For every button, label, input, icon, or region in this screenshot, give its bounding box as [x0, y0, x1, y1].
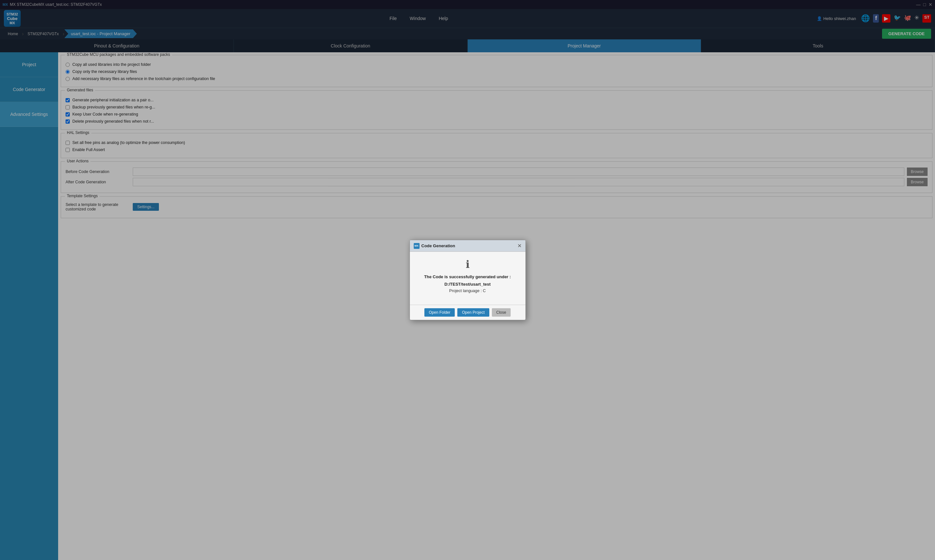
- modal-footer: Open Folder Open Project Close: [410, 305, 525, 320]
- open-project-button[interactable]: Open Project: [457, 308, 489, 317]
- modal-close-btn[interactable]: Close: [492, 308, 511, 317]
- open-folder-button[interactable]: Open Folder: [424, 308, 455, 317]
- modal-title-container: MX Code Generation: [414, 243, 455, 249]
- modal-main-text: The Code is successfully generated under…: [415, 274, 520, 279]
- modal-header: MX Code Generation ✕: [410, 240, 525, 252]
- modal-lang: Project language : C: [415, 289, 520, 293]
- modal-info-icon: ℹ: [415, 258, 520, 271]
- modal-path: D:/TEST/test/usart_test: [415, 282, 520, 287]
- code-generation-modal: MX Code Generation ✕ ℹ The Code is succe…: [410, 240, 526, 320]
- modal-overlay: MX Code Generation ✕ ℹ The Code is succe…: [0, 0, 935, 560]
- modal-close-button[interactable]: ✕: [518, 243, 522, 249]
- modal-mx-icon: MX: [414, 243, 419, 249]
- modal-title: Code Generation: [422, 243, 455, 248]
- modal-body: ℹ The Code is successfully generated und…: [410, 252, 525, 305]
